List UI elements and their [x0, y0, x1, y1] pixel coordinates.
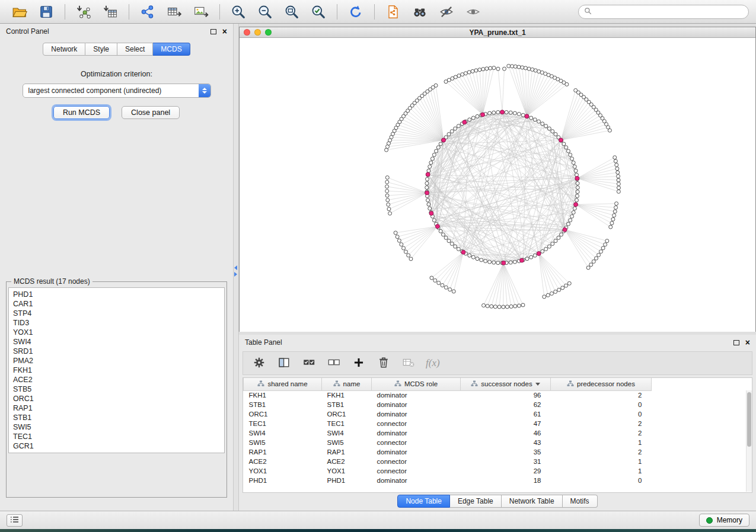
result-node[interactable]: STB1 [13, 413, 220, 422]
tab-select[interactable]: Select [117, 43, 153, 56]
table-cell-shared_name[interactable]: RAP1 [244, 447, 322, 457]
table-cell-shared_name[interactable]: PHD1 [244, 476, 322, 485]
column-header-predecessor-nodes[interactable]: predecessor nodes [551, 378, 652, 390]
table-cell-name[interactable]: RAP1 [322, 447, 372, 457]
export-network-button[interactable] [135, 2, 160, 21]
table-cell-mcds_role[interactable]: dominator [372, 409, 461, 419]
open-file-button[interactable] [7, 2, 32, 21]
zoom-selected-button[interactable] [306, 2, 331, 21]
close-panel-button[interactable]: Close panel [122, 106, 180, 119]
columns-button[interactable] [276, 355, 292, 371]
table-cell-name[interactable]: SWI5 [322, 438, 372, 447]
mcds-result-list[interactable]: PHD1CAR1STP4TID3YOX1SWI4SRD1PMA2FKH1ACE2… [8, 287, 225, 453]
result-node[interactable]: PHD1 [13, 290, 220, 299]
result-node[interactable]: PMA2 [13, 356, 220, 366]
table-row[interactable]: RAP1RAP1dominator352 [244, 447, 652, 457]
table-cell-shared_name[interactable]: TEC1 [244, 419, 322, 428]
table-cell-mcds_role[interactable]: connector [372, 419, 461, 428]
maximize-window-icon[interactable] [265, 29, 272, 36]
result-node[interactable]: SRD1 [13, 347, 220, 356]
unselect-all-button[interactable] [326, 355, 342, 371]
table-cell-predecessor_nodes[interactable]: 0 [551, 400, 652, 409]
table-cell-name[interactable]: ORC1 [322, 409, 372, 419]
show-all-button[interactable] [461, 2, 486, 21]
hide-selected-button[interactable] [434, 2, 459, 21]
import-table-button[interactable] [98, 2, 123, 21]
column-header-MCDS-role[interactable]: MCDS role [372, 378, 461, 390]
table-cell-name[interactable]: STB1 [322, 400, 372, 409]
status-menu-button[interactable] [7, 514, 23, 527]
float-table-panel-icon[interactable] [733, 340, 739, 345]
optimization-dropdown[interactable]: largest connected component (undirected) [23, 84, 211, 98]
split-divider[interactable] [233, 24, 239, 511]
result-node[interactable]: TID3 [13, 318, 220, 328]
delete-table-button[interactable] [401, 355, 416, 371]
import-network-button[interactable] [71, 2, 96, 21]
tab-network[interactable]: Network [43, 43, 85, 56]
table-row[interactable]: TEC1TEC1connector472 [244, 419, 652, 428]
column-header-name[interactable]: name [322, 378, 372, 390]
table-cell-shared_name[interactable]: YOX1 [244, 466, 322, 476]
table-cell-mcds_role[interactable]: dominator [372, 447, 461, 457]
trash-button[interactable] [376, 355, 391, 371]
refresh-button[interactable] [343, 2, 368, 21]
tab-style[interactable]: Style [85, 43, 117, 56]
zoom-out-button[interactable] [253, 2, 277, 21]
table-row[interactable]: SWI4SWI4dominator462 [244, 428, 652, 438]
column-header-successor-nodes[interactable]: successor nodes [461, 378, 551, 390]
table-cell-name[interactable]: PHD1 [322, 476, 372, 485]
table-cell-name[interactable]: ACE2 [322, 457, 372, 466]
table-cell-predecessor_nodes[interactable]: 0 [551, 409, 652, 419]
table-cell-name[interactable]: FKH1 [322, 390, 372, 400]
result-node[interactable]: ORC1 [13, 394, 220, 403]
table-cell-predecessor_nodes[interactable]: 2 [551, 428, 652, 438]
result-node[interactable]: YOX1 [13, 328, 220, 337]
table-cell-successor_nodes[interactable]: 61 [461, 409, 551, 419]
table-row[interactable]: ORC1ORC1dominator610 [244, 409, 652, 419]
table-cell-predecessor_nodes[interactable]: 2 [551, 390, 652, 400]
close-window-icon[interactable] [244, 29, 250, 36]
result-node[interactable]: GCR1 [13, 441, 220, 451]
toolbar-search[interactable] [578, 5, 749, 19]
add-row-button[interactable] [351, 355, 366, 371]
save-button[interactable] [34, 2, 59, 21]
run-mcds-button[interactable]: Run MCDS [53, 106, 110, 119]
result-node[interactable]: FKH1 [13, 366, 220, 375]
table-cell-mcds_role[interactable]: dominator [372, 390, 461, 400]
table-row[interactable]: SWI5SWI5connector431 [244, 438, 652, 447]
table-cell-shared_name[interactable]: FKH1 [244, 390, 322, 400]
table-cell-mcds_role[interactable]: connector [372, 457, 461, 466]
table-cell-mcds_role[interactable]: connector [372, 438, 461, 447]
table-cell-successor_nodes[interactable]: 96 [461, 390, 551, 400]
table-cell-name[interactable]: TEC1 [322, 419, 372, 428]
tab-node-table[interactable]: Node Table [397, 495, 450, 508]
table-scrollbar-thumb[interactable] [747, 392, 751, 447]
close-panel-icon[interactable]: × [222, 28, 227, 35]
close-table-panel-icon[interactable]: × [745, 339, 750, 346]
minimize-window-icon[interactable] [254, 29, 261, 36]
tab-network-table[interactable]: Network Table [502, 495, 563, 508]
table-cell-mcds_role[interactable]: dominator [372, 400, 461, 409]
table-cell-name[interactable]: SWI4 [322, 428, 372, 438]
table-cell-successor_nodes[interactable]: 47 [461, 419, 551, 428]
table-cell-successor_nodes[interactable]: 35 [461, 447, 551, 457]
result-node[interactable]: STB5 [13, 384, 220, 394]
table-cell-shared_name[interactable]: SWI5 [244, 438, 322, 447]
export-table-button[interactable] [162, 2, 187, 21]
table-cell-predecessor_nodes[interactable]: 1 [551, 457, 652, 466]
table-cell-predecessor_nodes[interactable]: 2 [551, 419, 652, 428]
table-cell-successor_nodes[interactable]: 31 [461, 457, 551, 466]
tab-edge-table[interactable]: Edge Table [450, 495, 502, 508]
dropdown-stepper-icon[interactable] [199, 84, 210, 97]
result-node[interactable]: ACE2 [13, 375, 220, 384]
network-canvas[interactable] [240, 38, 755, 332]
table-cell-predecessor_nodes[interactable]: 1 [551, 466, 652, 476]
table-cell-shared_name[interactable]: ACE2 [244, 457, 322, 466]
table-cell-predecessor_nodes[interactable]: 1 [551, 438, 652, 447]
table-cell-shared_name[interactable]: SWI4 [244, 428, 322, 438]
table-cell-predecessor_nodes[interactable]: 0 [551, 476, 652, 485]
result-node[interactable]: SWI5 [13, 422, 220, 432]
table-scrollbar[interactable] [746, 390, 752, 492]
table-row[interactable]: FKH1FKH1dominator962 [244, 390, 652, 400]
table-cell-successor_nodes[interactable]: 29 [461, 466, 551, 476]
